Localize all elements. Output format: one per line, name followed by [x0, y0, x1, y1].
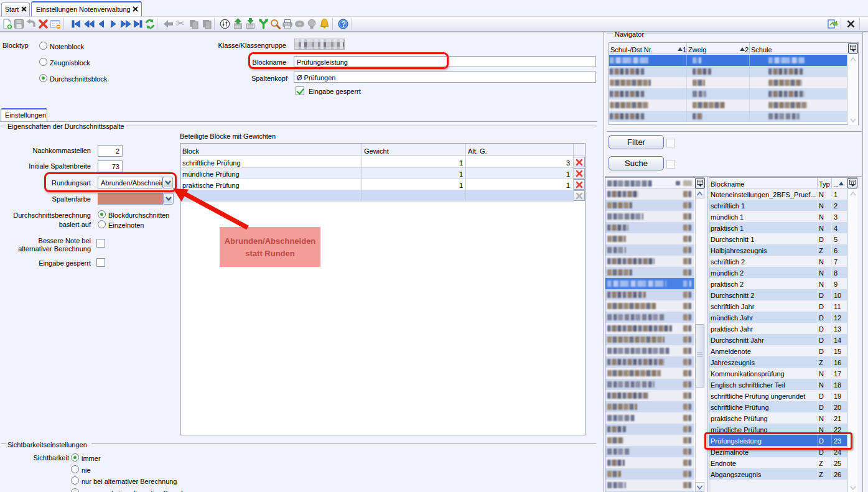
svg-text:?: ?	[341, 20, 345, 29]
svg-text:✂: ✂	[176, 18, 184, 29]
